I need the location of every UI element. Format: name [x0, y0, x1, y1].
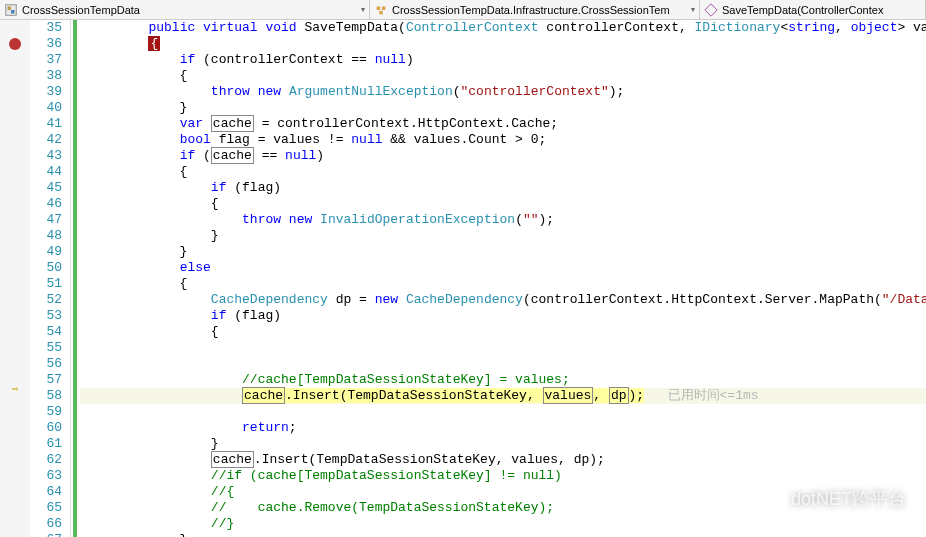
dropdown-icon: ▾ [357, 5, 365, 14]
svg-rect-4 [382, 6, 386, 10]
class-icon [374, 3, 388, 17]
svg-rect-6 [705, 3, 717, 15]
breadcrumb-file-label: CrossSessionTempData [22, 4, 140, 16]
current-line-arrow-icon: ⇨ [12, 382, 19, 395]
glyph-margin[interactable]: ⇨ [0, 20, 30, 537]
changed-lines-indicator [73, 20, 77, 537]
code-content[interactable]: public virtual void SaveTempData(Control… [80, 20, 926, 537]
breadcrumb-method[interactable]: SaveTempData(ControllerContex [700, 0, 926, 19]
breadcrumb-bar: CrossSessionTempData ▾ CrossSessionTempD… [0, 0, 926, 20]
change-indicator-strip [70, 20, 80, 537]
svg-rect-3 [377, 6, 381, 10]
svg-rect-1 [8, 6, 12, 10]
breakpoint-icon[interactable] [9, 38, 21, 50]
svg-rect-5 [379, 10, 383, 14]
csharp-file-icon [4, 3, 18, 17]
code-editor[interactable]: ⇨ 35363738394041424344454647484950515253… [0, 20, 926, 537]
breadcrumb-namespace-label: CrossSessionTempData.Infrastructure.Cros… [392, 4, 670, 16]
breadcrumb-file[interactable]: CrossSessionTempData ▾ [0, 0, 370, 19]
svg-rect-2 [11, 10, 15, 14]
line-number-gutter: 3536373839404142434445464748495051525354… [30, 20, 70, 537]
breadcrumb-method-label: SaveTempData(ControllerContex [722, 4, 883, 16]
method-icon [704, 3, 718, 17]
breadcrumb-namespace[interactable]: CrossSessionTempData.Infrastructure.Cros… [370, 0, 700, 19]
dropdown-icon: ▾ [687, 5, 695, 14]
